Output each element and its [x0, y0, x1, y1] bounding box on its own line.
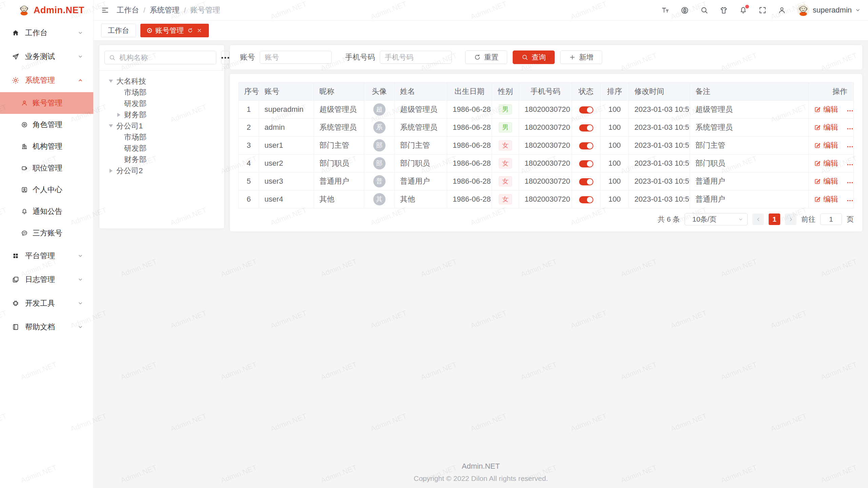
- cell-sort: 100: [600, 137, 629, 155]
- sidebar-item-label: 工作台: [25, 28, 47, 38]
- reset-button[interactable]: 重置: [465, 50, 507, 64]
- search-icon[interactable]: [700, 6, 708, 14]
- page-number-button[interactable]: 1: [769, 214, 780, 225]
- reset-button-label: 重置: [484, 53, 498, 62]
- sidebar: Admin.NET 工作台 业务测试 系统管理 账号管理: [0, 0, 94, 488]
- user-menu[interactable]: superadmin: [797, 4, 861, 16]
- col-modified-time: 修改时间: [629, 83, 690, 101]
- caret-down-icon[interactable]: [109, 80, 113, 83]
- next-page-button[interactable]: [785, 214, 796, 225]
- language-icon[interactable]: [680, 6, 689, 15]
- more-button[interactable]: [846, 107, 853, 115]
- app-logo[interactable]: Admin.NET: [0, 0, 93, 20]
- sidebar-item-account-management[interactable]: 账号管理: [0, 92, 93, 114]
- sidebar-item-role-management[interactable]: 角色管理: [0, 114, 93, 136]
- more-button[interactable]: [846, 143, 853, 150]
- cell-name: 超级管理员: [395, 101, 447, 119]
- col-sort: 排序: [600, 83, 629, 101]
- sidebar-item-third-party-account[interactable]: 三方账号: [0, 222, 93, 244]
- cell-sort: 100: [600, 155, 629, 172]
- prev-page-button[interactable]: [752, 214, 764, 225]
- org-tree: 大名科技 市场部 研发部 财务部: [99, 70, 224, 176]
- edit-icon: [814, 142, 821, 149]
- goto-page-input[interactable]: [820, 214, 842, 225]
- tree-node-branch1[interactable]: 分公司1: [108, 120, 224, 131]
- tree-node-dept[interactable]: 研发部: [108, 98, 224, 109]
- org-search-input[interactable]: [119, 53, 212, 62]
- fullscreen-icon[interactable]: [758, 6, 767, 14]
- status-toggle[interactable]: [579, 160, 593, 167]
- caret-right-icon[interactable]: [110, 169, 113, 173]
- cell-phone: 18020030720: [519, 101, 572, 119]
- tree-node-dept[interactable]: 市场部: [108, 131, 224, 143]
- tab-account-management[interactable]: 账号管理: [140, 24, 209, 37]
- sidebar-item-org-management[interactable]: 机构管理: [0, 136, 93, 157]
- collapse-menu-icon[interactable]: [101, 6, 109, 14]
- sidebar-item-platform-management[interactable]: 平台管理: [0, 244, 93, 268]
- theme-icon[interactable]: [719, 6, 728, 15]
- edit-button[interactable]: 编辑: [814, 104, 838, 115]
- sidebar-item-help-docs[interactable]: 帮助文档: [0, 315, 93, 339]
- tree-node-dept[interactable]: 财务部: [108, 109, 224, 120]
- cell-account: superadmin: [259, 101, 314, 119]
- sidebar-item-business-test[interactable]: 业务测试: [0, 45, 93, 68]
- tree-node-company[interactable]: 大名科技: [108, 76, 224, 87]
- org-more-button[interactable]: [221, 51, 230, 64]
- page-size-select[interactable]: 10条/页: [685, 213, 748, 225]
- status-toggle[interactable]: [579, 142, 593, 149]
- user-avatar: [797, 4, 809, 16]
- caret-down-icon[interactable]: [109, 124, 113, 127]
- chevron-left-icon: [756, 217, 761, 222]
- sidebar-item-profile-center[interactable]: 个人中心: [0, 179, 93, 201]
- account-filter-input[interactable]: [260, 51, 332, 64]
- sidebar-item-workbench[interactable]: 工作台: [0, 21, 93, 45]
- breadcrumb-workbench[interactable]: 工作台: [117, 5, 139, 15]
- more-button[interactable]: [846, 179, 853, 186]
- tree-node-dept[interactable]: 研发部: [108, 143, 224, 154]
- sidebar-item-label: 机构管理: [33, 141, 62, 151]
- system-management-submenu: 账号管理 角色管理 机构管理 职位管理 个人中心: [0, 92, 93, 244]
- breadcrumb-system-management[interactable]: 系统管理: [150, 5, 180, 15]
- sidebar-item-dev-tools[interactable]: 开发工具: [0, 291, 93, 315]
- status-toggle[interactable]: [579, 106, 593, 114]
- home-icon: [12, 29, 19, 37]
- add-button[interactable]: 新增: [560, 50, 602, 64]
- edit-button[interactable]: 编辑: [814, 176, 838, 186]
- main-area: 工作台 / 系统管理 / 账号管理: [94, 0, 868, 488]
- more-button[interactable]: [846, 161, 853, 168]
- query-button[interactable]: 查询: [513, 50, 555, 64]
- cell-modified-time: 2023-01-03 10:59:44: [629, 155, 690, 172]
- phone-filter-input[interactable]: [380, 51, 452, 64]
- cell-birthdate: 1986-06-28: [447, 190, 492, 208]
- status-toggle[interactable]: [579, 196, 593, 203]
- sidebar-item-position-management[interactable]: 职位管理: [0, 157, 93, 179]
- tree-node-dept[interactable]: 市场部: [108, 87, 224, 98]
- tree-node-label: 研发部: [124, 143, 146, 154]
- filter-bar: 账号 手机号码 重置 查询: [230, 45, 863, 70]
- edit-button[interactable]: 编辑: [814, 140, 838, 150]
- sidebar-item-system-management[interactable]: 系统管理: [0, 68, 93, 92]
- more-button[interactable]: [846, 197, 853, 204]
- close-icon[interactable]: [197, 28, 202, 33]
- status-toggle[interactable]: [579, 124, 593, 131]
- message-user-icon[interactable]: [778, 6, 786, 14]
- col-name: 姓名: [395, 83, 447, 101]
- notification-bell-icon[interactable]: [739, 6, 747, 14]
- edit-button[interactable]: 编辑: [814, 158, 838, 168]
- tree-node-dept[interactable]: 财务部: [108, 154, 224, 165]
- more-button[interactable]: [846, 125, 853, 133]
- goto-label: 前往: [801, 215, 815, 224]
- caret-right-icon[interactable]: [117, 113, 120, 117]
- sidebar-item-notice[interactable]: 通知公告: [0, 201, 93, 222]
- tab-workbench[interactable]: 工作台: [101, 24, 136, 37]
- tree-node-branch2[interactable]: 分公司2: [108, 165, 224, 176]
- edit-button[interactable]: 编辑: [814, 122, 838, 133]
- sidebar-item-log-management[interactable]: 日志管理: [0, 268, 93, 291]
- book-icon: [12, 323, 19, 331]
- ellipsis-icon: [846, 161, 853, 168]
- refresh-icon[interactable]: [187, 27, 193, 34]
- cell-sort: 100: [600, 119, 629, 137]
- status-toggle[interactable]: [579, 178, 593, 185]
- edit-button[interactable]: 编辑: [814, 194, 838, 204]
- font-size-icon[interactable]: [661, 6, 669, 14]
